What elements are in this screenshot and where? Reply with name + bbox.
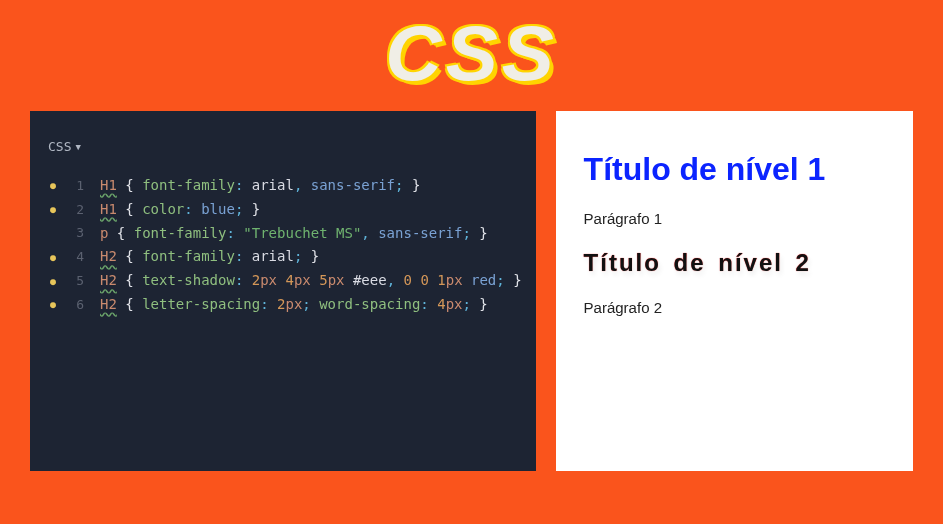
line-number: 5 (62, 270, 84, 292)
lint-dot-icon: ● (44, 177, 62, 194)
lint-dot-icon: ● (44, 201, 62, 218)
code-line[interactable]: ●3p { font-family: "Trebuchet MS", sans-… (44, 222, 522, 246)
code-lines[interactable]: ●1H1 { font-family: arial, sans-serif; }… (44, 174, 522, 317)
code-content[interactable]: H2 { font-family: arial; } (100, 245, 319, 269)
code-editor[interactable]: CSS ▼ ●1H1 { font-family: arial, sans-se… (30, 111, 536, 471)
panels-row: CSS ▼ ●1H1 { font-family: arial, sans-se… (0, 111, 943, 471)
code-content[interactable]: H2 { text-shadow: 2px 4px 5px #eee, 0 0 … (100, 269, 522, 293)
line-number: 6 (62, 294, 84, 316)
preview-pane: Título de nível 1 Parágrafo 1 Título de … (556, 111, 913, 471)
chevron-down-icon: ▼ (75, 142, 80, 152)
lint-dot-icon: ● (44, 249, 62, 266)
lint-dot-icon: ● (44, 225, 62, 242)
line-number: 3 (62, 222, 84, 244)
preview-heading-2: Título de nível 2 (584, 249, 885, 277)
preview-paragraph-1: Parágrafo 1 (584, 210, 885, 227)
code-content[interactable]: H1 { color: blue; } (100, 198, 260, 222)
line-number: 1 (62, 175, 84, 197)
code-line[interactable]: ●1H1 { font-family: arial, sans-serif; } (44, 174, 522, 198)
code-line[interactable]: ●6H2 { letter-spacing: 2px; word-spacing… (44, 293, 522, 317)
code-content[interactable]: H2 { letter-spacing: 2px; word-spacing: … (100, 293, 488, 317)
code-content[interactable]: H1 { font-family: arial, sans-serif; } (100, 174, 420, 198)
code-line[interactable]: ●4H2 { font-family: arial; } (44, 245, 522, 269)
page-title-text: CSS (385, 9, 557, 97)
code-line[interactable]: ●5H2 { text-shadow: 2px 4px 5px #eee, 0 … (44, 269, 522, 293)
line-number: 2 (62, 199, 84, 221)
line-number: 4 (62, 246, 84, 268)
code-content[interactable]: p { font-family: "Trebuchet MS", sans-se… (100, 222, 488, 246)
code-line[interactable]: ●2H1 { color: blue; } (44, 198, 522, 222)
preview-heading-1: Título de nível 1 (584, 151, 885, 188)
preview-paragraph-2: Parágrafo 2 (584, 299, 885, 316)
lint-dot-icon: ● (44, 296, 62, 313)
editor-lang-label: CSS (48, 139, 71, 154)
editor-lang-dropdown[interactable]: CSS ▼ (48, 139, 522, 154)
lint-dot-icon: ● (44, 273, 62, 290)
page-title: CSS (0, 0, 943, 99)
